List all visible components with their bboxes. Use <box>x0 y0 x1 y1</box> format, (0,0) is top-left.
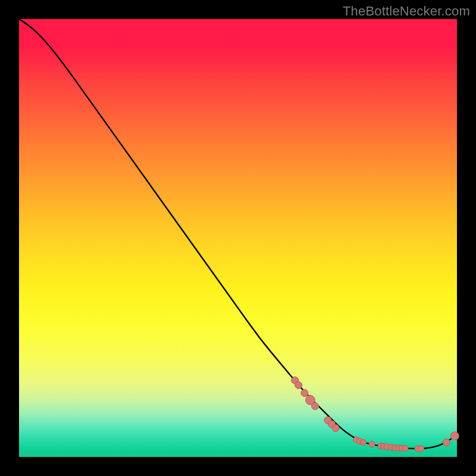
bottleneck-curve <box>19 19 457 449</box>
chart-container: TheBottleNecker.com <box>0 0 476 476</box>
data-marker <box>402 446 408 452</box>
data-marker <box>312 403 319 410</box>
data-marker <box>443 439 450 446</box>
data-marker <box>418 446 424 452</box>
data-marker <box>361 440 367 446</box>
data-marker <box>295 381 302 389</box>
curve-layer <box>0 0 476 476</box>
data-marker <box>332 424 339 431</box>
data-marker <box>450 432 459 440</box>
data-marker <box>301 390 308 397</box>
data-marker <box>369 441 375 447</box>
